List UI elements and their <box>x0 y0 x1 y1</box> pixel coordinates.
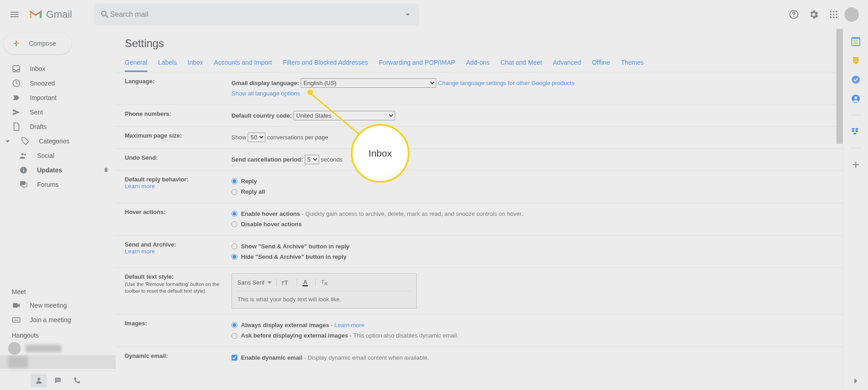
font-size-picker[interactable]: тТ <box>281 279 292 287</box>
calendar-icon: 31 <box>851 37 860 46</box>
main-menu-button[interactable] <box>4 4 25 25</box>
tab-forward[interactable]: Forwarding and POP/IMAP <box>379 54 455 72</box>
gmail-logo-text: Gmail <box>46 9 72 20</box>
text-style-toolbar: Sans Serif тТ A T <box>237 277 411 291</box>
country-select[interactable]: United States <box>293 111 395 120</box>
search-bar[interactable] <box>94 4 419 25</box>
info-icon <box>19 166 28 175</box>
scrollbar[interactable] <box>836 29 843 144</box>
meet-join[interactable]: Join a meeting <box>0 313 116 327</box>
svg-point-17 <box>23 168 24 169</box>
tab-filters[interactable]: Filters and Blocked Addresses <box>283 54 368 72</box>
svg-point-3 <box>833 11 835 13</box>
row-label: Default text style:(Use the 'Remove form… <box>125 273 231 309</box>
svg-point-4 <box>836 11 838 13</box>
google-apps-button[interactable] <box>825 5 843 24</box>
nav-categories[interactable]: Categories <box>0 134 116 148</box>
nav-sent[interactable]: Sent <box>0 105 116 119</box>
font-picker[interactable]: Sans Serif <box>237 277 272 288</box>
nav-inbox[interactable]: Inbox <box>0 62 116 76</box>
drafts-icon <box>12 122 21 131</box>
tab-labels[interactable]: Labels <box>158 54 177 72</box>
hover-enable-radio[interactable] <box>231 211 237 217</box>
images-always-radio[interactable] <box>231 322 237 328</box>
nav-snoozed[interactable]: Snoozed <box>0 76 116 90</box>
undo-select[interactable]: 5 <box>305 155 319 164</box>
svg-point-13 <box>21 153 24 155</box>
nav-forums[interactable]: Forums <box>0 177 116 192</box>
language-select[interactable]: English (US) <box>301 78 436 88</box>
get-addons-button[interactable] <box>851 160 860 169</box>
gmail-logo[interactable]: Gmail <box>29 9 85 20</box>
search-options-icon[interactable] <box>403 10 413 19</box>
show-all-lang-link[interactable]: Show all language options <box>231 90 300 97</box>
hangouts-contact[interactable] <box>8 342 116 355</box>
calendar-addon[interactable]: 31 <box>851 37 860 46</box>
tab-advanced[interactable]: Advanced <box>553 54 581 72</box>
change-language-link[interactable]: Change language settings for other Googl… <box>438 80 575 86</box>
tab-inbox[interactable]: Inbox <box>188 54 203 72</box>
sa-hide-radio[interactable] <box>231 254 237 260</box>
hangouts-tab-chats[interactable]: 99 <box>50 374 66 387</box>
account-avatar[interactable] <box>844 7 859 22</box>
tasks-addon[interactable] <box>851 75 860 84</box>
tab-themes[interactable]: Themes <box>621 54 644 72</box>
tab-accounts[interactable]: Accounts and Import <box>214 54 272 72</box>
nav-social[interactable]: Social <box>0 148 116 163</box>
tab-chat[interactable]: Chat and Meet <box>500 54 542 72</box>
field-label: Gmail display language: <box>231 80 299 86</box>
option-label: Hide "Send & Archive" button in reply <box>241 252 347 262</box>
row-label: Default reply behavior:Learn more <box>125 176 231 197</box>
keyboard-icon <box>12 315 21 324</box>
svg-point-20 <box>38 378 40 380</box>
text-size-icon: тТ <box>281 279 292 287</box>
dropbox-icon <box>851 127 860 136</box>
video-icon <box>12 301 21 310</box>
remove-formatting-button[interactable]: T <box>320 279 328 287</box>
side-panel-toggle[interactable] <box>851 376 860 385</box>
nav-label: New meeting <box>30 302 67 309</box>
support-button[interactable] <box>785 5 803 24</box>
nav-label: Snoozed <box>30 80 55 87</box>
contacts-addon[interactable] <box>851 94 860 103</box>
text: Show <box>231 134 246 141</box>
reply-radio[interactable] <box>231 178 237 184</box>
learn-more-link[interactable]: Learn more <box>125 248 155 255</box>
keep-addon[interactable] <box>851 56 860 65</box>
tab-offline[interactable]: Offline <box>592 54 610 72</box>
hangouts-tab-contacts[interactable] <box>31 374 47 387</box>
compose-button[interactable]: Compose <box>4 33 71 54</box>
caret-icon <box>5 139 10 143</box>
row-pagesize: Maximum page size: Show 50 conversations… <box>116 127 843 148</box>
dynamic-checkbox[interactable] <box>231 355 237 361</box>
meet-new[interactable]: New meeting <box>0 298 116 313</box>
learn-more-link[interactable]: Learn more <box>335 322 364 328</box>
replyall-radio[interactable] <box>231 189 237 195</box>
svg-point-8 <box>830 17 832 19</box>
search-input[interactable] <box>110 10 403 19</box>
pagesize-select[interactable]: 50 <box>248 133 265 142</box>
learn-more-link[interactable]: Learn more <box>125 183 155 190</box>
nav-label: Important <box>30 94 57 101</box>
nav-label: Drafts <box>30 123 47 130</box>
nav-drafts[interactable]: Drafts <box>0 119 116 134</box>
hangouts-tab-calls[interactable] <box>69 374 85 387</box>
row-content: Reply Reply all <box>231 176 834 197</box>
settings-button[interactable] <box>805 5 823 24</box>
option-label: Show "Send & Archive" button in reply <box>241 241 349 252</box>
option-label: Disable hover actions <box>241 219 302 229</box>
dropbox-addon[interactable] <box>851 127 860 136</box>
nav-important[interactable]: Important <box>0 90 116 105</box>
tab-general[interactable]: General <box>125 54 147 72</box>
row-content: Gmail display language: English (US) Cha… <box>231 78 834 99</box>
settings-content: Settings General Labels Inbox Accounts a… <box>116 29 843 390</box>
hangouts-contact[interactable] <box>0 355 116 369</box>
hover-disable-radio[interactable] <box>231 221 237 227</box>
images-ask-radio[interactable] <box>231 333 237 339</box>
option-label: Always display external images <box>241 322 329 328</box>
text-color-picker[interactable]: A <box>302 279 311 287</box>
settings-tabs: General Labels Inbox Accounts and Import… <box>116 54 843 72</box>
tab-addons[interactable]: Add-ons <box>466 54 490 72</box>
sa-show-radio[interactable] <box>231 243 237 249</box>
nav-updates[interactable]: Updates8 <box>0 163 116 177</box>
